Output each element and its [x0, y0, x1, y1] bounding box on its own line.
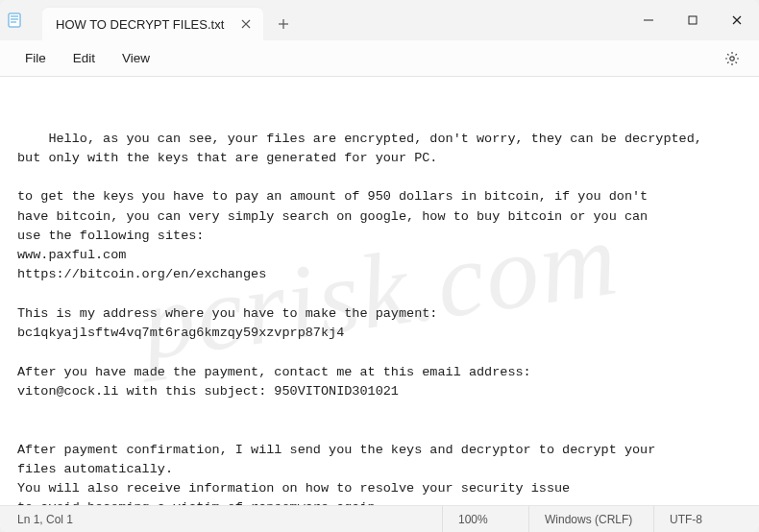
svg-rect-9: [689, 16, 697, 24]
gear-icon: [724, 51, 740, 66]
window-controls: [626, 0, 759, 40]
status-eol[interactable]: Windows (CRLF): [528, 506, 653, 532]
close-icon[interactable]: [238, 16, 254, 32]
tab-title: HOW TO DECRYPT FILES.txt: [56, 17, 227, 32]
tab-strip: HOW TO DECRYPT FILES.txt: [33, 0, 626, 40]
status-zoom[interactable]: 100%: [442, 506, 528, 532]
notepad-window: HOW TO DECRYPT FILES.txt File Edit Vie: [0, 0, 759, 532]
settings-button[interactable]: [717, 43, 747, 74]
menubar: File Edit View: [0, 40, 759, 77]
menu-file[interactable]: File: [12, 45, 60, 71]
notepad-icon: [6, 12, 23, 29]
tab-active[interactable]: HOW TO DECRYPT FILES.txt: [42, 8, 263, 40]
status-position[interactable]: Ln 1, Col 1: [0, 506, 442, 532]
titlebar: HOW TO DECRYPT FILES.txt: [0, 0, 759, 40]
document-text: Hello, as you can see, your files are en…: [17, 132, 702, 506]
new-tab-button[interactable]: [269, 10, 298, 38]
statusbar: Ln 1, Col 1 100% Windows (CRLF) UTF-8: [0, 505, 759, 532]
menu-edit[interactable]: Edit: [60, 45, 109, 71]
maximize-button[interactable]: [671, 0, 715, 40]
menu-view[interactable]: View: [109, 45, 163, 71]
svg-rect-0: [9, 13, 20, 27]
status-encoding[interactable]: UTF-8: [653, 506, 759, 532]
close-window-button[interactable]: [715, 0, 759, 40]
svg-point-12: [730, 56, 734, 60]
minimize-button[interactable]: [626, 0, 671, 40]
text-area[interactable]: pcrisk.com Hello, as you can see, your f…: [0, 77, 759, 505]
